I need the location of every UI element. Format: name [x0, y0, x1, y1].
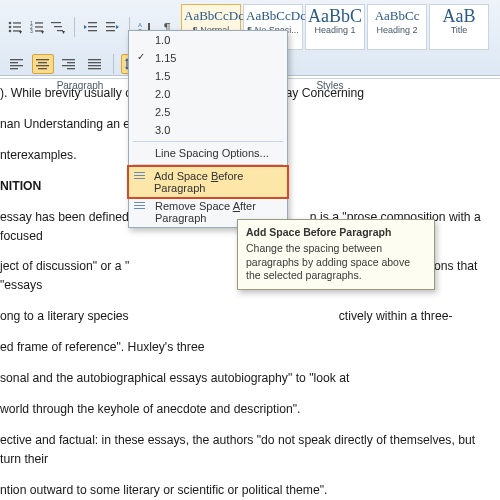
svg-rect-28 [10, 65, 23, 66]
style-sample: AaBbCc [370, 7, 424, 25]
svg-rect-26 [10, 59, 23, 60]
svg-rect-20 [106, 26, 115, 27]
svg-rect-16 [88, 26, 97, 27]
svg-rect-1 [13, 22, 21, 23]
numbering-button[interactable]: 123▾ [28, 17, 46, 37]
svg-rect-38 [88, 59, 101, 60]
body-text: ntion outward to some literary or scient… [0, 481, 496, 500]
svg-rect-27 [10, 62, 18, 63]
svg-rect-34 [62, 59, 75, 60]
svg-point-2 [9, 26, 12, 29]
style-sample: AaB [432, 7, 486, 25]
svg-rect-19 [106, 22, 115, 23]
svg-rect-36 [62, 65, 75, 66]
style-heading-1[interactable]: AaBbCHeading 1 [305, 4, 365, 50]
style-label: Heading 1 [308, 25, 362, 35]
svg-rect-41 [88, 68, 101, 69]
decrease-indent-button[interactable] [82, 17, 100, 37]
svg-point-0 [9, 22, 12, 25]
justify-button[interactable] [84, 54, 106, 74]
spacing-option-1-5[interactable]: 1.5 [129, 67, 287, 85]
style-sample: AaBbCcDc [184, 7, 238, 25]
align-left-button[interactable] [6, 54, 28, 74]
svg-rect-7 [35, 22, 43, 23]
align-right-button[interactable] [58, 54, 80, 74]
body-text: ed frame of reference". Huxley's three [0, 338, 496, 357]
style-title[interactable]: AaBTitle [429, 4, 489, 50]
tooltip: Add Space Before Paragraph Change the sp… [237, 219, 435, 290]
spacing-option-3-0[interactable]: 3.0 [129, 121, 287, 139]
svg-marker-22 [116, 25, 119, 29]
align-center-button[interactable] [32, 54, 54, 74]
svg-rect-12 [51, 22, 61, 23]
svg-rect-32 [36, 65, 49, 66]
line-spacing-dropdown: 1.0 1.15 1.5 2.0 2.5 3.0 Line Spacing Op… [128, 30, 288, 228]
body-text: ong to a literary speciesctively within … [0, 307, 496, 326]
style-label: Title [432, 25, 486, 35]
svg-rect-39 [88, 62, 101, 63]
svg-rect-21 [106, 30, 115, 31]
spacing-option-2-5[interactable]: 2.5 [129, 103, 287, 121]
bullets-button[interactable]: ▾ [6, 17, 24, 37]
body-text: ective and factual: in these essays, the… [0, 431, 496, 469]
svg-marker-18 [84, 25, 87, 29]
svg-rect-30 [36, 59, 49, 60]
tooltip-title: Add Space Before Paragraph [246, 226, 426, 238]
menu-divider [133, 164, 283, 165]
svg-rect-33 [38, 68, 47, 69]
style-heading-2[interactable]: AaBbCcHeading 2 [367, 4, 427, 50]
spacing-option-2-0[interactable]: 2.0 [129, 85, 287, 103]
spacing-option-1-15[interactable]: 1.15 [129, 49, 287, 67]
svg-rect-29 [10, 68, 18, 69]
svg-rect-35 [67, 62, 75, 63]
tooltip-body: Change the spacing between paragraphs by… [246, 242, 426, 283]
svg-rect-37 [67, 68, 75, 69]
spacing-option-1-0[interactable]: 1.0 [129, 31, 287, 49]
svg-rect-13 [54, 26, 62, 27]
svg-point-4 [9, 30, 12, 33]
svg-text:3: 3 [30, 28, 33, 33]
body-text: sonal and the autobiographical essays au… [0, 369, 496, 388]
svg-rect-31 [38, 62, 47, 63]
body-text: world through the keyhole of anecdote an… [0, 400, 496, 419]
increase-indent-button[interactable] [104, 17, 122, 37]
svg-rect-40 [88, 65, 101, 66]
svg-rect-17 [88, 30, 97, 31]
style-sample: AaBbC [308, 7, 362, 25]
line-spacing-options[interactable]: Line Spacing Options... [129, 144, 287, 162]
add-space-before-paragraph[interactable]: Add Space Before Paragraph [128, 166, 288, 198]
svg-rect-15 [88, 22, 97, 23]
separator [74, 17, 75, 37]
style-sample: AaBbCcDc [246, 7, 300, 25]
separator [113, 54, 114, 74]
multilevel-list-button[interactable]: ▾ [50, 17, 68, 37]
style-label: Heading 2 [370, 25, 424, 35]
menu-divider [133, 141, 283, 142]
